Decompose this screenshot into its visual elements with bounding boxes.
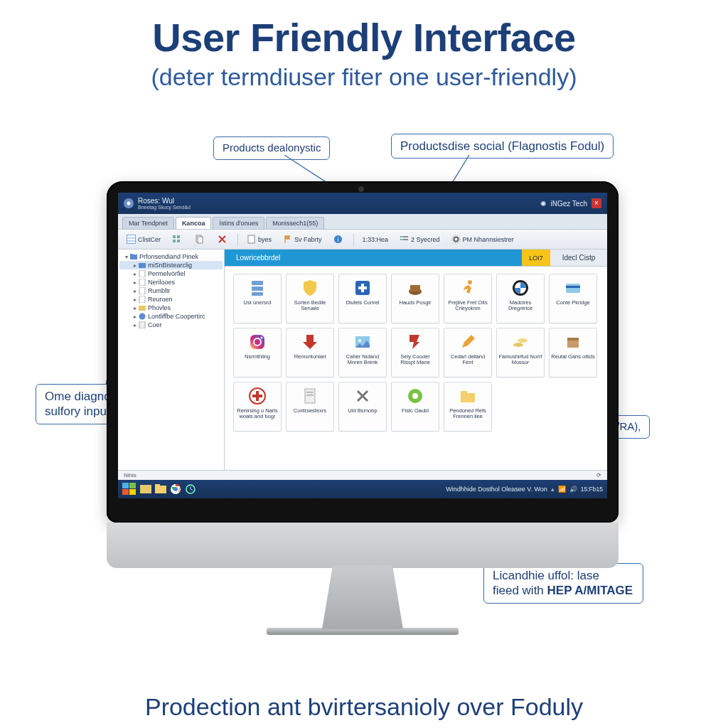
svg-rect-29 [139, 279, 145, 286]
cross-blue-icon [353, 278, 373, 298]
app-tab[interactable]: Monissech1(55) [266, 217, 324, 229]
page-footer: Prodection ant bvirtersanioly over Fodul… [0, 693, 728, 721]
table-icon [127, 235, 136, 244]
x-grey-icon [353, 386, 373, 406]
tree-item[interactable]: ▸Nerilooes [119, 278, 223, 287]
toolbar-button[interactable]: Sv Fabrty [279, 232, 326, 246]
card-label: Contrsestexrs [294, 408, 326, 414]
card-label: Sorten Bedile Seruals [288, 300, 332, 312]
app-card[interactable]: Remontoniarl [286, 328, 334, 378]
app-card[interactable]: Prejilve Fret Oits Crieycknm [444, 274, 492, 323]
tree-root[interactable]: ▾ Prfonsendiand Pinek [119, 252, 223, 261]
svg-rect-28 [139, 270, 145, 277]
toolbar-button[interactable]: byes [242, 232, 276, 246]
toolbar-button[interactable]: 1:33:Hea [358, 234, 393, 245]
app-card[interactable]: Madcires Dregniricé [496, 274, 545, 323]
doc-g-icon [300, 386, 320, 406]
main-tab-secondary[interactable]: Idecl Cistp [550, 250, 607, 266]
app-card[interactable]: Famushirfud Norrf Mossor [496, 328, 545, 378]
chrome-icon[interactable] [170, 483, 181, 495]
toolbar-button[interactable]: ClistCer [122, 232, 165, 246]
wifi-icon[interactable]: 📶 [558, 486, 566, 493]
main-tab-primary[interactable]: Lowricebbrdel [225, 250, 522, 266]
toolbar-button[interactable] [191, 232, 210, 246]
app-tab[interactable]: İstins d'onues [213, 217, 264, 229]
card-label: Nsrmthiing [245, 354, 270, 360]
start-button-icon[interactable] [122, 483, 136, 496]
svg-rect-12 [173, 240, 176, 242]
svg-point-23 [454, 237, 458, 242]
app-card[interactable]: Uld Bsrnobp [338, 382, 387, 432]
card-label: Remontoniarl [294, 354, 326, 360]
app-card[interactable]: Conte Pkridge [549, 274, 597, 323]
tree-item[interactable]: ▸Phovles [119, 304, 223, 312]
folder-icon[interactable] [155, 483, 166, 495]
card-label: Prejilve Fret Oits Crieycknm [446, 300, 490, 312]
toolbar-button[interactable]: i [329, 232, 349, 246]
app-card[interactable]: Renirsing o Narls woals and bogr [233, 382, 282, 432]
svg-rect-13 [177, 240, 180, 242]
down-red-icon [300, 332, 320, 352]
svg-point-60 [412, 393, 418, 399]
gear-icon[interactable]: ✺ [540, 200, 546, 208]
arrow-red-icon [405, 332, 425, 352]
app-card[interactable]: Diutels Conrel [338, 274, 387, 323]
tree-item[interactable]: ▸Coer [119, 321, 223, 329]
app-card[interactable]: Contrsestexrs [286, 382, 334, 432]
app-card[interactable]: Pendoned Refs Frennen liee [444, 382, 492, 432]
toolbar-button[interactable]: PM Nhannsiestrer [447, 232, 518, 246]
box-icon [563, 332, 583, 352]
svg-rect-40 [410, 285, 420, 291]
svg-rect-32 [139, 306, 146, 311]
toolbar-button[interactable] [168, 232, 188, 246]
app-card[interactable]: Fistc Gauld [391, 382, 439, 432]
tree-item[interactable]: ▸miSnBistearclig [119, 261, 223, 269]
page-subtitle: (deter termdiuser fiter one user-friendl… [0, 63, 728, 91]
page-icon [139, 321, 146, 328]
toolbar-button[interactable] [213, 232, 233, 246]
app-card[interactable]: Sely Cooder Risspt Mane [391, 328, 439, 378]
app-tab[interactable]: Mar Tendpnet [122, 217, 174, 229]
pot-icon [405, 278, 425, 298]
taskbar-clock: 15:Fb15 [581, 486, 603, 493]
card-label: Conte Pkridge [556, 300, 590, 306]
close-icon[interactable]: × [592, 198, 601, 208]
main-tab-badge[interactable]: LOI7 [522, 250, 550, 266]
tree-item[interactable]: ▸Reuroen [119, 295, 223, 304]
main-panel: Lowricebbrdel LOI7 Idecl Cistp Ust oners… [225, 250, 607, 470]
svg-rect-22 [402, 239, 408, 240]
card-label: Cedarl delland Fent [446, 354, 490, 366]
flag-icon [283, 235, 292, 244]
doc-icon [139, 287, 146, 294]
svg-rect-21 [400, 239, 402, 240]
app-card[interactable]: Nsrmthiing [233, 328, 282, 378]
folder-icon [130, 253, 137, 260]
plus-red-icon [247, 386, 267, 406]
refresh-icon[interactable]: ⟳ [596, 472, 601, 478]
toolbar-button[interactable]: 2 Syecred [395, 232, 444, 246]
tree-item[interactable]: ▸Lontliffbe Coopertirc [119, 312, 223, 321]
card-icon [563, 278, 583, 298]
tree-item[interactable]: ▸Permelvörfiel [119, 269, 223, 278]
svg-rect-15 [198, 237, 203, 243]
app-card[interactable]: Cedarl delland Fent [444, 328, 492, 378]
app-toolbar: ClistCerbyesSv Fabrtyi1:33:Hea2 SyecredP… [118, 230, 607, 250]
clock-icon[interactable] [185, 483, 196, 495]
volume-icon[interactable]: 🔊 [569, 486, 577, 493]
tree-item[interactable]: ▸Rumbltr [119, 287, 223, 295]
app-card[interactable]: Caher Nidand Mnren Brenk [338, 328, 387, 378]
list-icon [400, 235, 409, 244]
app-titlebar: Roses: Wul Bneetag Skocy Send&d ✺ iNGez … [118, 193, 607, 214]
card-label: Diutels Conrel [346, 300, 379, 306]
svg-rect-11 [177, 235, 180, 238]
card-label: Pendoned Refs Frennen liee [446, 408, 490, 420]
app-tab[interactable]: Kancoa [176, 217, 212, 229]
app-card[interactable]: Reutal Gans oitids [549, 328, 597, 378]
app-brand: Roses: Wul Bneetag Skocy Send&d [138, 197, 191, 210]
app-card[interactable]: Hauds Posgir [391, 274, 439, 323]
info-icon: i [333, 235, 343, 244]
app-card[interactable]: Sorten Bedile Seruals [286, 274, 334, 323]
app-card[interactable]: Ust onersrd [233, 274, 282, 323]
explorer-icon[interactable] [140, 483, 151, 495]
card-label: Ust onersrd [244, 300, 272, 306]
